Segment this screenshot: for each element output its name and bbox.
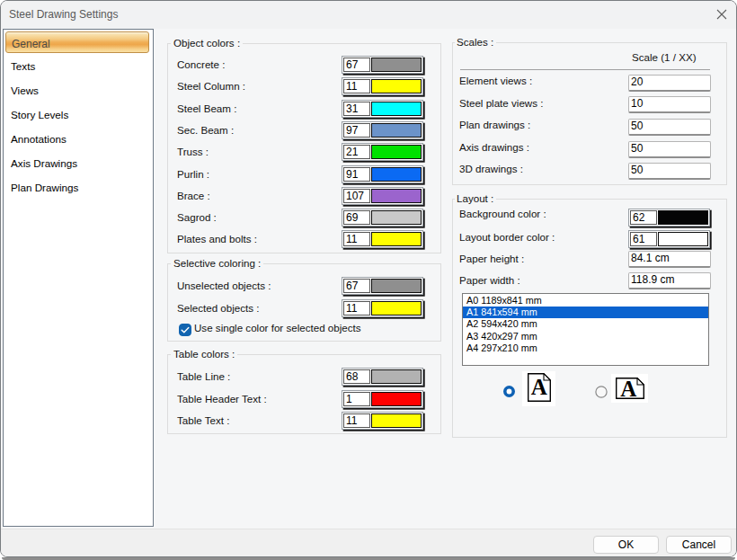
svg-text:A: A [531, 375, 547, 399]
svg-text:A: A [620, 378, 636, 399]
